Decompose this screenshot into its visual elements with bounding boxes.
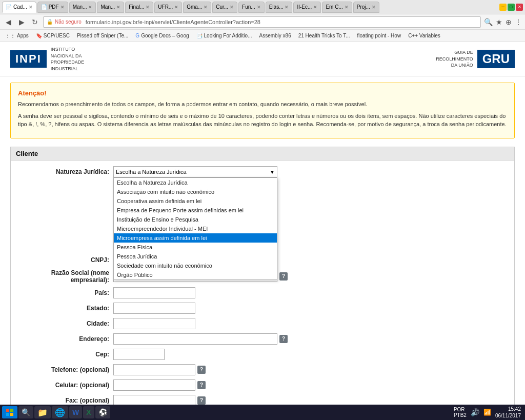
estado-input[interactable] — [113, 303, 195, 314]
cnpj-label: CNPJ: — [16, 256, 113, 264]
bookmark-apps[interactable]: ⋮⋮ Apps — [3, 32, 31, 39]
close-button[interactable]: ✕ — [516, 4, 523, 11]
back-nav-button[interactable]: ◀ — [3, 18, 13, 26]
tab-close-btn[interactable]: ✕ — [29, 5, 33, 10]
option-epp[interactable]: Empresa de Pequeno Porte assim definidas… — [114, 206, 277, 215]
fax-input[interactable] — [113, 395, 195, 405]
endereco-label: Endereço: — [16, 335, 113, 343]
menu-icon[interactable]: ⋮ — [515, 18, 522, 26]
fax-help-icon[interactable]: ? — [197, 396, 206, 405]
bookmark-apps-label: Apps — [17, 33, 29, 38]
telefone-input[interactable] — [113, 364, 195, 375]
option-pessoa-juridica[interactable]: Pessoa Jurídica — [114, 252, 277, 261]
endereco-input[interactable] — [113, 333, 277, 345]
tab-proj[interactable]: Proj... ✕ — [353, 2, 379, 13]
bookmark-gdocs[interactable]: G Google Docs – Goog — [133, 32, 191, 39]
option-cooperativa[interactable]: Cooperativa assim definida em lei — [114, 196, 277, 206]
bookmark-scp[interactable]: 🔖 SCP/UESC — [34, 32, 72, 39]
tab-elas[interactable]: Elas... ✕ — [266, 2, 293, 13]
tab-gma[interactable]: Gma... ✕ — [183, 2, 211, 13]
address-bar[interactable]: 🔒 Não seguro formulario.inpi.gov.br/e-in… — [43, 16, 481, 28]
cep-row: Cep: — [16, 348, 509, 361]
tab-ufr-close[interactable]: ✕ — [174, 5, 178, 10]
tab-man1-close[interactable]: ✕ — [88, 5, 92, 10]
gru-text: GUIA DE RECOLHIMENTO DA UNIÃO — [436, 49, 473, 69]
bookmark-21health[interactable]: 21 Health Tricks To T... — [296, 32, 352, 39]
browser-titlebar: 📄 Cad... ✕ 📄 PDF ✕ Man... ✕ Man... ✕ Fin… — [0, 0, 525, 14]
tab-elas-label: Elas... — [269, 4, 284, 10]
bookmark-gdocs-label: Google Docs – Goog — [141, 33, 189, 38]
extensions-icon[interactable]: ⊕ — [506, 18, 512, 26]
tab-final-close[interactable]: ✕ — [146, 5, 150, 10]
tab-iiec[interactable]: II-Ec... ✕ — [293, 2, 321, 13]
cep-input[interactable] — [113, 349, 165, 360]
forward-nav-button[interactable]: ▶ — [16, 18, 27, 26]
bookmark-asm[interactable]: Assembly x86 — [257, 32, 293, 39]
natureza-juridica-row: Natureza Jurídica: Escolha a Natureza Ju… — [16, 166, 509, 178]
bookmark-cpp-label: C++ Variables — [408, 33, 440, 38]
tab-elas-close[interactable]: ✕ — [285, 5, 289, 10]
option-microempresa[interactable]: Microempresa assim definida em lei — [114, 233, 277, 243]
tab-iiec-close[interactable]: ✕ — [313, 5, 317, 10]
option-orgao[interactable]: Órgão Público — [114, 270, 277, 279]
security-icon: 🔒 — [47, 19, 53, 25]
tab-cur-close[interactable]: ✕ — [230, 5, 234, 10]
natureza-juridica-options: Escolha a Natureza Jurídica Associação c… — [113, 177, 277, 280]
tab-ufr[interactable]: UFR... ✕ — [154, 2, 182, 13]
option-placeholder[interactable]: Escolha a Natureza Jurídica — [114, 178, 277, 187]
tab-pdf[interactable]: 📄 PDF ✕ — [37, 2, 68, 13]
browser-toolbar: ◀ ▶ ↻ 🔒 Não seguro formulario.inpi.gov.b… — [0, 14, 525, 30]
tab-man2-label: Man... — [100, 4, 115, 10]
endereco-help-icon[interactable]: ? — [279, 335, 288, 343]
tab-final[interactable]: Final... ✕ — [125, 2, 153, 13]
bookmark-pissed-label: Pissed off Sniper (Te... — [77, 33, 128, 38]
tab-man2-close[interactable]: ✕ — [116, 5, 120, 10]
warning-line1: Recomendamos o preenchimento de todos os… — [18, 100, 507, 109]
tab-fun-close[interactable]: ✕ — [257, 5, 261, 10]
pais-input[interactable] — [113, 287, 195, 298]
bookmark-cpp[interactable]: C++ Variables — [406, 32, 442, 39]
estado-row: Estado: — [16, 302, 509, 314]
tab-emc-close[interactable]: ✕ — [345, 5, 349, 10]
celular-help-icon[interactable]: ? — [197, 381, 206, 389]
inpi-name: INPI — [15, 52, 42, 65]
bookmark-pissed[interactable]: Pissed off Sniper (Te... — [75, 32, 130, 39]
maximize-button[interactable]: □ — [508, 4, 515, 11]
reload-button[interactable]: ↻ — [30, 18, 40, 26]
bookmarks-bar: ⋮⋮ Apps 🔖 SCP/UESC Pissed off Sniper (Te… — [0, 30, 525, 42]
tab-fun[interactable]: Fun... ✕ — [238, 2, 265, 13]
telefone-help-icon[interactable]: ? — [197, 366, 206, 374]
tab-active[interactable]: 📄 Cad... ✕ — [2, 2, 36, 13]
tab-man1[interactable]: Man... ✕ — [69, 2, 96, 13]
option-pessoa-fisica[interactable]: Pessoa Física — [114, 243, 277, 252]
tab-emc[interactable]: Em C... ✕ — [322, 2, 352, 13]
tab-gma-close[interactable]: ✕ — [204, 5, 208, 10]
bookmark-float[interactable]: floating point - How — [355, 32, 403, 39]
inpi-logo: INPI INSTITUTO NACIONAL DA PROPRIEDADE I… — [10, 46, 84, 72]
tab-pdf-label: PDF — [49, 4, 59, 10]
tab-pdf-close[interactable]: ✕ — [60, 5, 65, 10]
url-text: formulario.inpi.gov.br/e-inpi/servlet/Cl… — [86, 19, 260, 25]
tab-pdf-icon: 📄 — [41, 4, 47, 10]
tab-man2[interactable]: Man... ✕ — [97, 2, 124, 13]
natureza-juridica-label: Natureza Jurídica: — [16, 168, 113, 175]
tab-cur[interactable]: Cur... ✕ — [212, 2, 237, 13]
option-associacao[interactable]: Associação com intuito não econômico — [114, 187, 277, 196]
razao-social-help-icon[interactable]: ? — [279, 272, 288, 281]
celular-input[interactable] — [113, 379, 195, 391]
tab-gma-label: Gma... — [187, 4, 202, 10]
security-label: Não seguro — [55, 19, 82, 25]
option-mei[interactable]: Microempreendedor Individual - MEI — [114, 224, 277, 233]
bookmark-looking[interactable]: 📑 Looking For Additio... — [194, 32, 254, 39]
cliente-section-header: Cliente — [11, 147, 514, 161]
option-instituicao[interactable]: Instituição de Ensino e Pesquisa — [114, 215, 277, 224]
cliente-section-body: Natureza Jurídica: Escolha a Natureza Ju… — [11, 161, 514, 405]
option-sociedade[interactable]: Sociedade com intuito não econômico — [114, 261, 277, 270]
bookmark-icon[interactable]: ★ — [496, 18, 502, 26]
cidade-input[interactable] — [113, 318, 195, 329]
celular-row: Celular: (opcional) ? — [16, 379, 509, 391]
fax-label: Fax: (opcional) — [16, 397, 113, 404]
natureza-juridica-select[interactable]: Escolha a Natureza Jurídica ▼ — [113, 166, 277, 177]
tab-proj-close[interactable]: ✕ — [372, 5, 376, 10]
minimize-button[interactable]: ─ — [499, 4, 507, 11]
